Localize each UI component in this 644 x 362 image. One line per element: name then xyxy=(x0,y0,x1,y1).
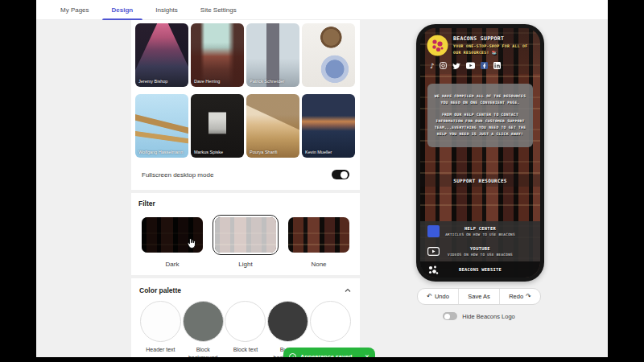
photo-credit: Pourya Sharifi xyxy=(250,150,278,155)
swatch-label: Header text xyxy=(146,346,175,354)
link-help-center[interactable]: HELP CENTER ARTICLES ON HOW TO USE BEACO… xyxy=(420,221,540,241)
letterbox-left xyxy=(0,0,36,362)
link-subtitle: VIDEOS ON HOW TO USE BEACONS xyxy=(427,253,534,257)
save-as-button[interactable]: Save As xyxy=(458,289,499,304)
swatch-block-text: Block text xyxy=(225,301,267,357)
nav-my-pages[interactable]: My Pages xyxy=(60,0,89,20)
preview-links-block: HELP CENTER ARTICLES ON HOW TO USE BEACO… xyxy=(420,221,540,278)
background-row-1: Jeremy Bishop Dave Herring Patrick Schne… xyxy=(135,23,356,87)
hide-beacons-logo-toggle[interactable] xyxy=(443,312,457,320)
redo-icon: ↷ xyxy=(526,293,531,300)
youtube-play-icon xyxy=(427,247,440,256)
chevron-up-icon[interactable] xyxy=(344,286,352,294)
photo-credit: Kevin Mueller xyxy=(305,150,332,155)
background-option-1[interactable]: Jeremy Bishop xyxy=(135,23,188,87)
instagram-icon[interactable] xyxy=(440,62,447,69)
color-palette-card: Color palette Header text Block backgrou… xyxy=(131,278,360,357)
background-option-5[interactable]: Wolfgang Hasselmann xyxy=(135,94,188,158)
filter-options: Dark Light None xyxy=(138,215,353,268)
preview-text-block: WE HAVE COMPILED ALL OF THE RESOURCES YO… xyxy=(427,84,533,147)
letterbox-bottom xyxy=(0,357,644,362)
preview-title: BEACONS SUPPORT xyxy=(453,35,534,42)
top-navigation: My Pages Design Insights Site Settings xyxy=(36,0,608,20)
phone-preview-frame: BEACONS SUPPORT YOUR ONE-STOP-SHOP FOR A… xyxy=(416,24,544,282)
app-window: My Pages Design Insights Site Settings J… xyxy=(36,0,608,357)
letterbox-right xyxy=(608,0,644,362)
background-option-4[interactable] xyxy=(302,23,355,87)
phone-preview-screen: BEACONS SUPPORT YOUR ONE-STOP-SHOP FOR A… xyxy=(420,28,540,278)
swatch-label: Block text xyxy=(233,346,258,354)
filter-none-label: None xyxy=(311,261,326,268)
mouse-cursor xyxy=(186,237,197,250)
nav-insights[interactable]: Insights xyxy=(155,0,178,20)
hide-logo-label: Hide Beacons Logo xyxy=(462,313,514,320)
filter-card: Filter Dark Light None xyxy=(131,193,360,275)
facebook-icon[interactable] xyxy=(481,62,488,69)
swatch-header-text: Header text xyxy=(139,301,182,357)
filter-light-label: Light xyxy=(238,261,252,268)
preview-paragraph-1: WE HAVE COMPILED ALL OF THE RESOURCES YO… xyxy=(433,93,527,106)
preview-header: BEACONS SUPPORT YOUR ONE-STOP-SHOP FOR A… xyxy=(420,28,540,74)
fullscreen-desktop-row: Fullscreen desktop mode xyxy=(135,165,356,179)
preview-subtitle: YOUR ONE-STOP-SHOP FOR ALL OF OUR RESOUR… xyxy=(453,43,534,55)
link-title: YOUTUBE xyxy=(427,246,534,251)
fullscreen-desktop-toggle[interactable] xyxy=(332,170,349,179)
link-title: BEACONS WEBSITE xyxy=(427,267,534,272)
swatch-circle[interactable] xyxy=(310,301,351,342)
fullscreen-desktop-label: Fullscreen desktop mode xyxy=(142,171,213,179)
link-subtitle: ARTICLES ON HOW TO USE BEACONS xyxy=(427,232,534,237)
filter-option-light: Light xyxy=(212,215,279,268)
background-option-3[interactable]: Patrick Schneider xyxy=(246,23,299,87)
social-icons-row: ♪ xyxy=(430,62,534,69)
history-actions-group: ↶ Undo Save As Redo ↷ xyxy=(417,288,541,305)
youtube-icon[interactable] xyxy=(466,62,475,69)
photo-credit: Patrick Schneider xyxy=(250,79,284,84)
redo-button[interactable]: Redo ↷ xyxy=(499,289,540,304)
photo-credit: Markus Spiske xyxy=(194,150,223,155)
filter-light-thumb[interactable] xyxy=(215,217,276,253)
swatch-circle[interactable] xyxy=(183,301,224,342)
color-palette-heading: Color palette xyxy=(139,286,181,294)
preview-paragraph-2: FROM OUR HELP CENTER TO CONTACT INFORMAT… xyxy=(433,112,527,138)
photo-credit: Wolfgang Hasselmann xyxy=(138,150,183,155)
link-title: HELP CENTER xyxy=(427,226,534,231)
swatch-block-background: Block background xyxy=(182,301,225,357)
linkedin-icon[interactable] xyxy=(493,62,501,69)
background-option-7[interactable]: Pourya Sharifi xyxy=(246,94,299,158)
stage: My Pages Design Insights Site Settings J… xyxy=(0,0,644,362)
photo-credit: Dave Herring xyxy=(194,79,220,84)
background-option-6[interactable]: Markus Spiske xyxy=(191,94,244,158)
filter-none-thumb[interactable] xyxy=(288,217,349,253)
background-images-card: Jeremy Bishop Dave Herring Patrick Schne… xyxy=(131,20,360,190)
nav-site-settings[interactable]: Site Settings xyxy=(200,0,237,20)
background-option-8[interactable]: Kevin Mueller xyxy=(302,94,355,158)
undo-icon: ↶ xyxy=(427,293,432,300)
background-row-2: Wolfgang Hasselmann Markus Spiske Pourya… xyxy=(135,94,356,158)
swatch-circle[interactable] xyxy=(140,301,181,342)
swatch-label: Block background xyxy=(182,346,225,357)
nav-design[interactable]: Design xyxy=(112,0,134,20)
twitter-icon[interactable] xyxy=(452,62,460,69)
undo-button[interactable]: ↶ Undo xyxy=(418,289,458,304)
filter-heading: Filter xyxy=(138,200,353,208)
link-youtube[interactable]: YOUTUBE VIDEOS ON HOW TO USE BEACONS xyxy=(420,241,540,261)
hide-logo-row: Hide Beacons Logo xyxy=(417,312,541,320)
filter-option-none: None xyxy=(285,215,353,268)
swatch-circle[interactable] xyxy=(225,301,266,342)
beacons-logo-icon xyxy=(427,265,439,275)
tiktok-icon[interactable]: ♪ xyxy=(430,62,434,69)
photo-credit: Jeremy Bishop xyxy=(138,79,167,84)
background-option-2[interactable]: Dave Herring xyxy=(191,23,244,87)
beacons-support-avatar[interactable] xyxy=(427,35,448,56)
preview-section-title: SUPPORT RESOURCES xyxy=(420,175,540,187)
swatch-circle[interactable] xyxy=(267,301,308,342)
filter-dark-label: Dark xyxy=(166,261,180,268)
link-beacons-website[interactable]: BEACONS WEBSITE xyxy=(420,261,540,278)
help-center-icon xyxy=(427,225,440,237)
